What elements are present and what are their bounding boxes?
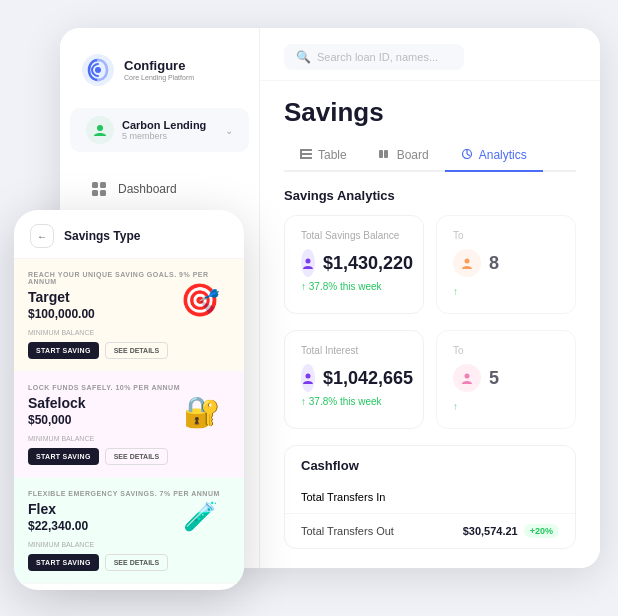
cashflow-title: Cashflow (285, 446, 575, 481)
app-subtitle: Core Lending Platform (124, 74, 194, 82)
stats-row-1: Total Savings Balance $1,430,220 37.8% t… (284, 215, 576, 314)
safelock-see-details-button[interactable]: SEE DETAILS (105, 448, 168, 465)
stat-4-label: To (453, 345, 559, 356)
org-name: Carbon Lending (122, 119, 217, 131)
savings-target-label: MINIMUM BALANCE (28, 329, 230, 336)
svg-point-17 (465, 259, 470, 264)
stat-2-avatar (453, 249, 481, 277)
stat-card-4: To 5 ↑ (436, 330, 576, 429)
savings-target-actions: START SAVING SEE DETAILS (28, 342, 230, 359)
tab-board-label: Board (397, 148, 429, 162)
target-see-details-button[interactable]: SEE DETAILS (105, 342, 168, 359)
tab-table[interactable]: Table (284, 140, 363, 172)
search-bar[interactable]: 🔍 Search loan ID, names... (284, 44, 464, 70)
tab-analytics-label: Analytics (479, 148, 527, 162)
app-name: Configure (124, 58, 194, 74)
savings-flex-tag: FLEXIBLE EMERGENCY SAVINGS. 7% PER ANNUM (28, 490, 230, 497)
mobile-back-button[interactable]: ← (30, 224, 54, 248)
svg-rect-6 (100, 190, 106, 196)
stat-card-interest: Total Interest $1,042,665 37.8% this wee… (284, 330, 424, 429)
svg-point-18 (306, 374, 311, 379)
svg-rect-12 (300, 149, 302, 159)
flex-start-saving-button[interactable]: START SAVING (28, 554, 99, 571)
search-placeholder: Search loan ID, names... (317, 51, 438, 63)
stats-row-2: Total Interest $1,042,665 37.8% this wee… (284, 330, 576, 429)
stat-2-icon-row: 8 (453, 249, 559, 277)
stat-interest-avatar (301, 364, 315, 392)
stat-balance-avatar (301, 249, 315, 277)
table-tab-icon (300, 149, 312, 161)
stat-2-value: 8 (489, 253, 499, 274)
savings-target-inner: REACH YOUR UNIQUE SAVING GOALS. 9% PER A… (28, 271, 230, 359)
savings-flex-actions: START SAVING SEE DETAILS (28, 554, 230, 571)
search-icon: 🔍 (296, 50, 311, 64)
mobile-screen-title: Savings Type (64, 229, 140, 243)
board-tab-icon (379, 149, 391, 161)
dashboard-icon (90, 180, 108, 198)
savings-flex-label: MINIMUM BALANCE (28, 541, 230, 548)
main-content: 🔍 Search loan ID, names... Savings (260, 28, 600, 568)
stat-card-2: To 8 ↑ (436, 215, 576, 314)
org-chevron-icon: ⌄ (225, 125, 233, 136)
stat-balance-value: $1,430,220 (323, 253, 413, 274)
stat-4-value: 5 (489, 368, 499, 389)
savings-safelock-inner: LOCK FUNDS SAFELY. 10% PER ANNUM Safeloc… (28, 384, 230, 465)
safelock-start-saving-button[interactable]: START SAVING (28, 448, 99, 465)
analytics-tab-icon (461, 149, 473, 161)
tab-analytics[interactable]: Analytics (445, 140, 543, 172)
svg-point-2 (97, 125, 103, 131)
top-bar: 🔍 Search loan ID, names... (260, 28, 600, 81)
flex-see-details-button[interactable]: SEE DETAILS (105, 554, 168, 571)
back-icon: ← (37, 231, 47, 242)
mobile-card: ← Savings Type REACH YOUR UNIQUE SAVING … (14, 210, 244, 590)
transfers-out-badge: +20% (524, 524, 559, 538)
stat-interest-icon-row: $1,042,665 (301, 364, 407, 392)
stat-interest-value: $1,042,665 (323, 368, 413, 389)
svg-point-16 (306, 259, 311, 264)
transfers-out-amount: $30,574.21 (463, 525, 518, 537)
flex-illustration: 🧪 (183, 500, 218, 533)
savings-safelock-tag: LOCK FUNDS SAFELY. 10% PER ANNUM (28, 384, 230, 391)
savings-item-flex: FLEXIBLE EMERGENCY SAVINGS. 7% PER ANNUM… (14, 478, 244, 584)
tab-board[interactable]: Board (363, 140, 445, 172)
savings-safelock-label: MINIMUM BALANCE (28, 435, 230, 442)
org-selector[interactable]: Carbon Lending 5 members ⌄ (70, 108, 249, 152)
stat-balance-icon-row: $1,430,220 (301, 249, 407, 277)
savings-flex-inner: FLEXIBLE EMERGENCY SAVINGS. 7% PER ANNUM… (28, 490, 230, 571)
tab-table-label: Table (318, 148, 347, 162)
content-area: Savings Analytics Total Savings Balance … (260, 172, 600, 568)
mobile-savings-list: REACH YOUR UNIQUE SAVING GOALS. 9% PER A… (14, 259, 244, 587)
logo-text: Configure Core Lending Platform (124, 58, 194, 82)
svg-rect-3 (92, 182, 98, 188)
mobile-header: ← Savings Type (14, 210, 244, 259)
configure-logo-icon (80, 52, 116, 88)
target-illustration: 🎯 (180, 281, 220, 319)
stat-card-balance: Total Savings Balance $1,430,220 37.8% t… (284, 215, 424, 314)
safelock-illustration: 🔐 (183, 394, 220, 429)
sidebar-item-dashboard[interactable]: Dashboard (70, 170, 249, 208)
stat-2-label: To (453, 230, 559, 241)
page-header: Savings Table (260, 81, 600, 172)
cashflow-row-in: Total Transfers In (285, 481, 575, 513)
svg-rect-14 (384, 150, 388, 158)
svg-rect-5 (92, 190, 98, 196)
stat-interest-label: Total Interest (301, 345, 407, 356)
savings-safelock-actions: START SAVING SEE DETAILS (28, 448, 230, 465)
transfers-in-label: Total Transfers In (301, 491, 385, 503)
dashboard-label: Dashboard (118, 182, 177, 196)
stat-4-icon-row: 5 (453, 364, 559, 392)
org-info: Carbon Lending 5 members (122, 119, 217, 141)
stat-balance-change: 37.8% this week (301, 281, 407, 292)
savings-item-safelock: LOCK FUNDS SAFELY. 10% PER ANNUM Safeloc… (14, 372, 244, 478)
org-avatar (86, 116, 114, 144)
svg-point-19 (465, 374, 470, 379)
page-title: Savings (284, 97, 576, 128)
stat-interest-change: 37.8% this week (301, 396, 407, 407)
cashflow-section: Cashflow Total Transfers In Total Transf… (284, 445, 576, 549)
target-start-saving-button[interactable]: START SAVING (28, 342, 99, 359)
logo-area: Configure Core Lending Platform (60, 52, 259, 108)
transfers-out-amount-row: $30,574.21 +20% (463, 524, 559, 538)
section-title: Savings Analytics (284, 188, 576, 203)
svg-rect-4 (100, 182, 106, 188)
stat-balance-label: Total Savings Balance (301, 230, 407, 241)
